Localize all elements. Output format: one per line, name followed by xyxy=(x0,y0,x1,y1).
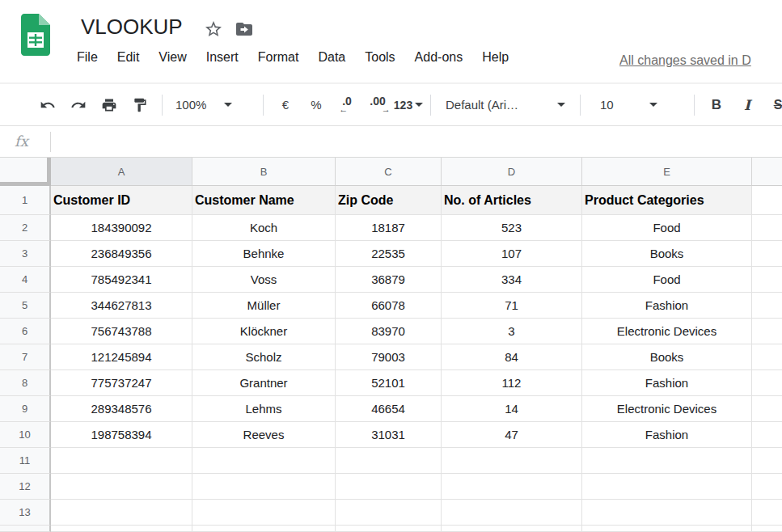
row-header-14[interactable] xyxy=(0,526,51,532)
column-header-c[interactable]: C xyxy=(336,158,442,186)
cell-column-header[interactable]: Zip Code xyxy=(336,186,442,215)
cell-column-header[interactable]: Customer Name xyxy=(192,186,336,215)
cell[interactable]: 36879 xyxy=(336,267,442,293)
cell[interactable] xyxy=(51,474,192,500)
cell[interactable]: 84 xyxy=(442,344,582,370)
select-all-corner[interactable] xyxy=(0,158,51,186)
row-header-1[interactable]: 1 xyxy=(0,186,51,215)
cell[interactable]: Müller xyxy=(192,293,336,319)
cell[interactable]: 52101 xyxy=(336,370,442,396)
row-header-8[interactable]: 8 xyxy=(0,370,51,396)
cell[interactable] xyxy=(51,448,192,474)
cell[interactable]: Fashion xyxy=(582,293,752,319)
cell[interactable] xyxy=(752,319,782,344)
cell[interactable]: 79003 xyxy=(336,344,442,370)
row-header-2[interactable]: 2 xyxy=(0,215,51,241)
cell[interactable] xyxy=(192,448,336,474)
cell[interactable] xyxy=(336,448,442,474)
cell[interactable] xyxy=(752,267,782,293)
cell[interactable] xyxy=(752,344,782,370)
cell[interactable]: Books xyxy=(582,241,752,267)
cell[interactable]: Behnke xyxy=(192,241,336,267)
cell[interactable]: 3 xyxy=(442,319,582,344)
row-header-5[interactable]: 5 xyxy=(0,293,51,319)
font-size-select[interactable]: 10 xyxy=(587,91,687,120)
column-header-e[interactable]: E xyxy=(582,158,752,186)
cell[interactable]: 31031 xyxy=(336,422,442,448)
cell[interactable]: Koch xyxy=(192,215,336,241)
cell[interactable]: Books xyxy=(582,344,752,370)
column-header-a[interactable]: A xyxy=(51,158,192,186)
cell-column-header[interactable]: Product Categories xyxy=(582,186,752,215)
cell[interactable]: 344627813 xyxy=(51,293,192,319)
cell[interactable]: 22535 xyxy=(336,241,442,267)
cell[interactable]: 184390092 xyxy=(51,215,192,241)
decrease-decimal-button[interactable]: .0 xyxy=(332,91,362,120)
cell[interactable]: Food xyxy=(582,267,752,293)
cell[interactable]: 71 xyxy=(442,293,582,319)
format-currency-button[interactable]: € xyxy=(270,91,301,120)
cell[interactable] xyxy=(336,500,442,526)
column-header-b[interactable]: B xyxy=(192,158,336,186)
italic-button[interactable]: I xyxy=(732,91,763,120)
cell[interactable]: 107 xyxy=(442,241,582,267)
menu-item-file[interactable]: File xyxy=(77,50,98,65)
cell[interactable]: 14 xyxy=(442,396,582,422)
cell[interactable]: Scholz xyxy=(192,344,336,370)
cell[interactable] xyxy=(582,500,752,526)
row-header-6[interactable]: 6 xyxy=(0,319,51,344)
menu-item-view[interactable]: View xyxy=(159,50,186,65)
cell[interactable]: Food xyxy=(582,215,752,241)
column-header-d[interactable]: D xyxy=(442,158,582,186)
cell[interactable] xyxy=(752,370,782,396)
cell[interactable] xyxy=(752,422,782,448)
cell[interactable] xyxy=(192,500,336,526)
cell[interactable] xyxy=(752,293,782,319)
cell[interactable]: Lehms xyxy=(192,396,336,422)
cell[interactable]: Electronic Devices xyxy=(582,396,752,422)
row-header-13[interactable]: 13 xyxy=(0,500,51,526)
cell-column-header[interactable]: Customer ID xyxy=(51,186,192,215)
star-icon[interactable] xyxy=(204,19,223,39)
menu-item-edit[interactable]: Edit xyxy=(117,50,140,65)
cell[interactable] xyxy=(752,186,782,215)
cell[interactable] xyxy=(192,474,336,500)
undo-button[interactable] xyxy=(32,91,63,120)
cell[interactable] xyxy=(752,241,782,267)
cell[interactable] xyxy=(752,500,782,526)
cell[interactable]: Reeves xyxy=(192,422,336,448)
cell[interactable]: 112 xyxy=(442,370,582,396)
row-header-9[interactable]: 9 xyxy=(0,396,51,422)
increase-decimal-button[interactable]: .00 xyxy=(362,91,393,120)
row-header-3[interactable]: 3 xyxy=(0,241,51,267)
bold-button[interactable]: B xyxy=(701,91,732,120)
menu-item-data[interactable]: Data xyxy=(318,50,345,65)
cell[interactable] xyxy=(51,526,192,532)
cell[interactable] xyxy=(442,448,582,474)
cell[interactable]: 775737247 xyxy=(51,370,192,396)
cell[interactable] xyxy=(442,474,582,500)
cell[interactable] xyxy=(442,500,582,526)
row-header-7[interactable]: 7 xyxy=(0,344,51,370)
cell[interactable] xyxy=(752,448,782,474)
cell[interactable]: Klöckner xyxy=(192,319,336,344)
cell[interactable] xyxy=(192,526,336,532)
menu-item-help[interactable]: Help xyxy=(482,50,509,65)
cell[interactable]: 121245894 xyxy=(51,344,192,370)
document-title[interactable]: VLOOKUP xyxy=(81,15,183,40)
move-folder-icon[interactable] xyxy=(235,19,254,39)
row-header-11[interactable]: 11 xyxy=(0,448,51,474)
formula-input[interactable] xyxy=(57,127,782,157)
cell[interactable]: Fashion xyxy=(582,422,752,448)
cell[interactable]: Electronic Devices xyxy=(582,319,752,344)
cell[interactable]: 785492341 xyxy=(51,267,192,293)
cell[interactable] xyxy=(582,526,752,532)
row-header-4[interactable]: 4 xyxy=(0,267,51,293)
cell[interactable]: 236849356 xyxy=(51,241,192,267)
row-header-10[interactable]: 10 xyxy=(0,422,51,448)
menu-item-tools[interactable]: Tools xyxy=(365,50,395,65)
cell[interactable]: 523 xyxy=(442,215,582,241)
cell[interactable] xyxy=(752,396,782,422)
cell[interactable]: 198758394 xyxy=(51,422,192,448)
cell[interactable] xyxy=(752,474,782,500)
